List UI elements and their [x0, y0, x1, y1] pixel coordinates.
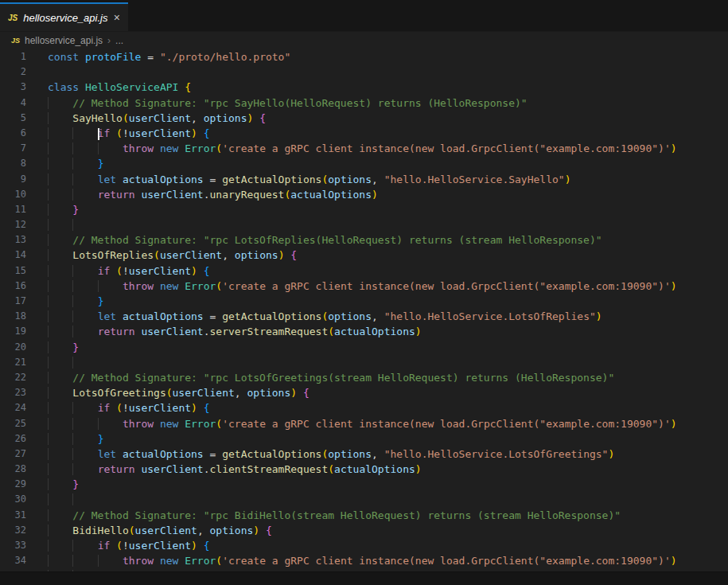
indent-guide [72, 326, 97, 337]
code-line[interactable]: 3class HelloServiceAPI { [0, 80, 728, 95]
code-line[interactable]: 9 let actualOptions = getActualOptions(o… [0, 172, 728, 187]
code-line-text[interactable] [48, 492, 98, 507]
code-line[interactable]: 5 SayHello(userClient, options) { [0, 111, 728, 126]
code-line[interactable]: 2 [0, 64, 728, 80]
line-number: 3 [0, 80, 26, 95]
indent-guide [48, 540, 72, 552]
line-number: 34 [0, 553, 26, 568]
code-editor[interactable]: 1const protoFile = "./proto/hello.proto"… [0, 49, 728, 585]
code-line-text[interactable]: return userClient.serverStreamRequest(ac… [48, 324, 422, 339]
indent-guide [48, 357, 72, 369]
code-line[interactable]: 30 [0, 492, 728, 507]
code-line-text[interactable]: // Method Signature: "rpc LotsOfGreeting… [48, 370, 614, 385]
indent-guide [98, 555, 123, 567]
code-line-text[interactable]: throw new Error('create a gRPC client in… [48, 279, 677, 294]
code-line-text[interactable]: } [48, 477, 79, 492]
code-line[interactable]: 20 } [0, 340, 728, 355]
code-line-text[interactable]: throw new Error('create a gRPC client in… [48, 416, 677, 431]
breadcrumb-file-name[interactable]: helloservice_api.js [25, 35, 103, 46]
code-line[interactable]: 14 LotsOfReplies(userClient, options) { [0, 248, 728, 263]
code-line[interactable]: 23 LotsOfGreetings(userClient, options) … [0, 385, 728, 400]
code-line[interactable]: 31 // Method Signature: "rpc BidiHello(s… [0, 508, 728, 523]
code-line[interactable]: 34 throw new Error('create a gRPC client… [0, 553, 728, 568]
code-line[interactable]: 4 // Method Signature: "rpc SayHello(Hel… [0, 96, 728, 111]
code-line[interactable]: 28 return userClient.clientStreamRequest… [0, 462, 728, 477]
line-number: 29 [0, 477, 26, 492]
code-line-text[interactable]: } [48, 202, 79, 217]
indent-guide [48, 525, 72, 536]
line-number: 2 [0, 64, 26, 80]
code-line-text[interactable] [48, 355, 98, 370]
indent-guide [72, 540, 97, 552]
code-line[interactable]: 18 let actualOptions = getActualOptions(… [0, 309, 728, 324]
indent-guide [72, 418, 97, 430]
code-line[interactable]: 27 let actualOptions = getActualOptions(… [0, 447, 728, 462]
code-line[interactable]: 17 } [0, 294, 728, 309]
line-number: 17 [0, 294, 26, 309]
code-line-text[interactable]: return userClient.clientStreamRequest(ac… [48, 462, 422, 477]
code-line[interactable]: 12 [0, 217, 728, 232]
code-line-text[interactable]: let actualOptions = getActualOptions(opt… [48, 447, 614, 462]
code-line[interactable]: 8 } [0, 156, 728, 171]
code-line-text[interactable]: return userClient.unaryRequest(actualOpt… [48, 187, 378, 202]
code-lines[interactable]: 1const protoFile = "./proto/hello.proto"… [0, 49, 728, 584]
code-line[interactable]: 19 return userClient.serverStreamRequest… [0, 324, 728, 339]
code-line[interactable]: 15 if (!userClient) { [0, 263, 728, 279]
indent-guide [48, 204, 72, 216]
line-number: 5 [0, 111, 26, 126]
code-line-text[interactable]: } [48, 156, 103, 171]
tab-helloservice-api-js[interactable]: JS helloservice_api.js × [0, 2, 128, 31]
indent-guide [48, 234, 72, 246]
code-line[interactable]: 25 throw new Error('create a gRPC client… [0, 416, 728, 431]
code-line[interactable]: 26 } [0, 431, 728, 447]
code-line-text[interactable]: // Method Signature: "rpc SayHello(Hello… [48, 96, 528, 111]
code-line[interactable]: 6 if (!userClient) { [0, 126, 728, 141]
code-line[interactable]: 21 [0, 355, 728, 370]
indent-guide [98, 280, 123, 292]
indent-guide [72, 555, 97, 567]
code-line[interactable]: 10 return userClient.unaryRequest(actual… [0, 187, 728, 202]
code-line[interactable]: 16 throw new Error('create a gRPC client… [0, 279, 728, 294]
code-line-text[interactable]: } [48, 431, 103, 447]
code-line-text[interactable] [48, 217, 98, 232]
code-line-text[interactable]: throw new Error('create a gRPC client in… [48, 141, 677, 156]
code-line[interactable]: 24 if (!userClient) { [0, 400, 728, 415]
code-line[interactable]: 7 throw new Error('create a gRPC client … [0, 141, 728, 156]
code-line-text[interactable]: class HelloServiceAPI { [48, 80, 191, 95]
code-line-text[interactable]: BidiHello(userClient, options) { [48, 523, 272, 538]
indent-guide [72, 142, 97, 154]
breadcrumb-symbol-ellipsis[interactable]: ... [115, 35, 123, 46]
code-line[interactable]: 22 // Method Signature: "rpc LotsOfGreet… [0, 370, 728, 385]
code-line-text[interactable]: throw new Error('create a gRPC client in… [48, 553, 677, 568]
code-line-text[interactable]: const protoFile = "./proto/hello.proto" [48, 49, 290, 64]
line-number: 11 [0, 202, 26, 217]
code-line-text[interactable]: if (!userClient) { [48, 126, 210, 141]
code-line-text[interactable]: } [48, 294, 103, 309]
tab-bar: JS helloservice_api.js × [0, 0, 728, 32]
code-line-text[interactable]: if (!userClient) { [48, 400, 210, 415]
code-line[interactable]: 1const protoFile = "./proto/hello.proto" [0, 49, 728, 64]
chevron-right-icon: › [107, 35, 111, 46]
code-line-text[interactable]: SayHello(userClient, options) { [48, 111, 266, 126]
code-line-text[interactable]: let actualOptions = getActualOptions(opt… [48, 172, 571, 187]
code-line-text[interactable]: LotsOfGreetings(userClient, options) { [48, 385, 309, 400]
code-line-text[interactable]: // Method Signature: "rpc BidiHello(stre… [48, 508, 621, 523]
code-line[interactable]: 13 // Method Signature: "rpc LotsOfRepli… [0, 232, 728, 248]
code-line-text[interactable]: if (!userClient) { [48, 538, 210, 553]
code-line[interactable]: 29 } [0, 477, 728, 492]
code-line-text[interactable]: } [48, 340, 79, 355]
indent-guide [48, 555, 72, 567]
breadcrumb[interactable]: JS helloservice_api.js › ... [0, 32, 728, 49]
indent-guide [72, 127, 97, 139]
code-line-text[interactable]: let actualOptions = getActualOptions(opt… [48, 309, 602, 324]
indent-guide [48, 280, 72, 292]
code-line[interactable]: 33 if (!userClient) { [0, 538, 728, 553]
close-icon[interactable]: × [114, 12, 120, 23]
indent-guide [48, 295, 72, 307]
line-number: 32 [0, 523, 26, 538]
code-line[interactable]: 11 } [0, 202, 728, 217]
code-line-text[interactable]: if (!userClient) { [48, 263, 210, 279]
code-line-text[interactable]: // Method Signature: "rpc LotsOfReplies(… [48, 232, 602, 248]
code-line-text[interactable]: LotsOfReplies(userClient, options) { [48, 248, 297, 263]
code-line[interactable]: 32 BidiHello(userClient, options) { [0, 523, 728, 538]
